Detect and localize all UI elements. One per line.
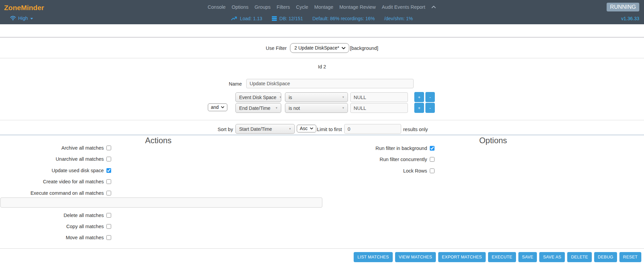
- filter-id: Id 2: [0, 64, 644, 69]
- footer-button-bar: LIST MATCHES VIEW MATCHES EXPORT MATCHES…: [354, 252, 641, 262]
- term1-operator-select[interactable]: is ▼: [285, 92, 348, 102]
- term2-value-input[interactable]: [350, 103, 408, 113]
- save-as-button[interactable]: SAVE AS: [539, 252, 565, 262]
- select-value: and: [211, 104, 219, 110]
- term2-add-button[interactable]: +: [414, 103, 424, 113]
- sort-field-select[interactable]: Start Date/Time ▼: [235, 124, 295, 134]
- version-link[interactable]: v1.36.33: [621, 16, 639, 21]
- name-label: Name: [202, 81, 242, 87]
- storage-text: Default: 86% recordings: 16%: [313, 16, 375, 21]
- caret-down-icon: ▼: [342, 106, 345, 110]
- results-only-label: results only: [403, 127, 428, 132]
- term2-attribute-select[interactable]: End Date/Time ▼: [235, 103, 281, 113]
- update-disk-space-checkbox[interactable]: [106, 168, 111, 173]
- nav-item-montage-review[interactable]: Montage Review: [336, 4, 379, 10]
- select-value: 2 Update DiskSpace*: [294, 45, 339, 51]
- sort-by-label: Sort by: [218, 127, 233, 132]
- run-concurrent-checkbox[interactable]: [430, 157, 434, 162]
- header-bar: ZoneMinder Console Options Groups Filter…: [0, 0, 644, 24]
- checkbox-label: Delete all matches: [64, 213, 104, 218]
- list-matches-button[interactable]: LIST MATCHES: [354, 252, 392, 262]
- delete-all-checkbox[interactable]: [106, 213, 111, 218]
- load-status[interactable]: Load: 1.13: [231, 16, 262, 21]
- execute-command-checkbox[interactable]: [106, 191, 111, 195]
- term2-conjunction-select[interactable]: and: [208, 103, 227, 111]
- term2-operator-select[interactable]: is not ▼: [285, 103, 348, 113]
- execute-button[interactable]: EXECUTE: [488, 252, 516, 262]
- select-value: is not: [289, 105, 300, 111]
- storage-status[interactable]: Default: 86% recordings: 16%: [313, 16, 375, 21]
- delete-button[interactable]: DELETE: [567, 252, 591, 262]
- term1-attribute-select[interactable]: Event Disk Space ▼: [235, 92, 281, 102]
- term1-remove-button[interactable]: -: [425, 92, 435, 102]
- term1-add-button[interactable]: +: [414, 92, 424, 102]
- db-text: DB: 12/151: [280, 16, 303, 21]
- action-row: Execute command on all matches: [0, 190, 111, 196]
- unarchive-all-checkbox[interactable]: [106, 157, 111, 161]
- debug-button[interactable]: DEBUG: [594, 252, 617, 262]
- select-value: Start Date/Time: [239, 126, 272, 132]
- zoneminder-filter-page: ZoneMinder Console Options Groups Filter…: [0, 0, 644, 278]
- state-running-button[interactable]: RUNNING: [607, 3, 639, 11]
- options-title: Options: [329, 136, 644, 145]
- checkbox-label: Run filter in background: [376, 146, 427, 151]
- nav-item-cycle[interactable]: Cycle: [293, 4, 311, 10]
- checkbox-label: Execute command on all matches: [30, 190, 104, 196]
- divider: [0, 37, 644, 37]
- export-matches-button[interactable]: EXPORT MATCHES: [438, 252, 486, 262]
- checkbox-label: Run filter concurrently: [380, 157, 427, 162]
- option-row: Run filter in background: [313, 146, 434, 151]
- command-input[interactable]: [0, 197, 322, 208]
- term2-remove-button[interactable]: -: [425, 103, 435, 113]
- action-row: Delete all matches: [0, 213, 111, 218]
- lock-rows-checkbox[interactable]: [430, 168, 434, 173]
- background-note: [background]: [350, 45, 378, 51]
- term1-value-input[interactable]: [350, 92, 408, 102]
- select-value: Asc: [300, 126, 308, 131]
- caret-down-icon: ▼: [275, 106, 278, 110]
- archive-all-checkbox[interactable]: [106, 146, 111, 150]
- copy-all-checkbox[interactable]: [106, 224, 111, 229]
- checkbox-label: Create video for all matches: [43, 179, 104, 184]
- database-icon: [272, 16, 277, 21]
- trending-up-icon: [231, 16, 237, 21]
- checkbox-label: Copy all matches: [66, 224, 104, 229]
- caret-down-icon: ▼: [342, 96, 345, 99]
- select-value: Event Disk Space: [239, 95, 277, 100]
- sort-direction-select[interactable]: Asc: [297, 125, 316, 132]
- view-matches-button[interactable]: VIEW MATCHES: [395, 252, 436, 262]
- divider: [0, 120, 644, 120]
- nav-item-options[interactable]: Options: [229, 4, 252, 10]
- move-all-checkbox[interactable]: [106, 235, 111, 240]
- nav-item-groups[interactable]: Groups: [252, 4, 274, 10]
- action-row: Archive all matches: [0, 145, 111, 151]
- nav-item-console[interactable]: Console: [205, 4, 229, 10]
- checkbox-label: Update used disk space: [52, 168, 104, 173]
- filter-name-input[interactable]: [246, 79, 414, 88]
- caret-down-icon: ▼: [279, 96, 282, 99]
- divider: [0, 248, 644, 249]
- run-background-checkbox[interactable]: [430, 146, 434, 151]
- use-filter-select[interactable]: 2 Update DiskSpace*: [290, 43, 349, 53]
- shm-status[interactable]: /dev/shm: 1%: [384, 16, 413, 21]
- reset-button[interactable]: RESET: [619, 252, 641, 262]
- caret-down-icon: ▼: [289, 127, 291, 130]
- action-row: Unarchive all matches: [0, 156, 111, 162]
- action-row: Update used disk space: [0, 168, 111, 173]
- checkbox-label: Archive all matches: [61, 145, 104, 151]
- checkbox-label: Lock Rows: [403, 168, 427, 174]
- nav-item-filters[interactable]: Filters: [273, 4, 293, 10]
- caret-down-icon: [310, 127, 313, 129]
- limit-input[interactable]: [344, 124, 401, 134]
- use-filter-row: Use Filter 2 Update DiskSpace* [backgrou…: [0, 43, 644, 53]
- checkbox-label: Unarchive all matches: [56, 156, 104, 162]
- select-value: is: [289, 95, 292, 100]
- divider: [0, 135, 644, 135]
- db-status[interactable]: DB: 12/151: [272, 16, 303, 21]
- create-video-checkbox[interactable]: [106, 179, 111, 184]
- nav-item-audit-events-report[interactable]: Audit Events Report: [379, 4, 428, 10]
- nav-item-montage[interactable]: Montage: [311, 4, 336, 10]
- divider: [0, 58, 644, 58]
- chevron-up-icon[interactable]: [428, 6, 439, 8]
- save-button[interactable]: SAVE: [518, 252, 537, 262]
